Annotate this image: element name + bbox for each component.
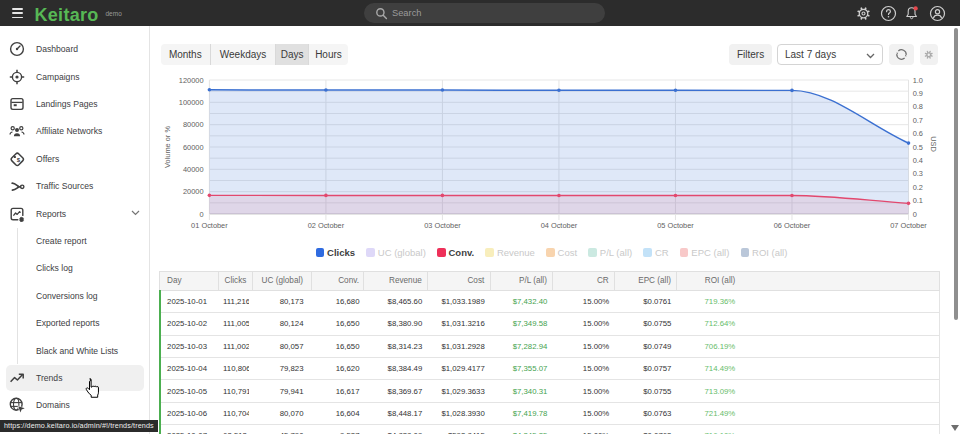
sidebar-item-label: Campaigns [36,72,79,82]
table-row[interactable]: 2025-10-02111,00580,12416,650$8,380.90$1… [160,313,940,335]
legend-item-conv-[interactable]: Conv. [437,247,474,258]
svg-text:20000: 20000 [183,187,204,196]
offers-icon: $ [9,151,25,167]
legend-item-epc-all-[interactable]: EPC (all) [680,247,730,258]
sidebar-item-label: Affiliate Networks [36,126,102,136]
sidebar-item-offers[interactable]: $Offers [0,145,150,172]
search-placeholder: Search [392,8,421,18]
table-row[interactable]: 2025-10-05110,79179,94116,617$8,369.67$1… [160,380,940,402]
table-row[interactable]: 2025-10-0763,51245,7909,527$4,838.09$592… [160,425,940,434]
trends-table: DayClicksUC (global)Conv.RevenueCostP/L … [159,271,941,434]
legend-item-clicks[interactable]: Clicks [316,247,356,258]
cell-roi-all-: 706.19% [677,335,741,357]
scrollbar-thumb[interactable] [954,28,959,320]
svg-text:01 October: 01 October [191,221,228,230]
search-input[interactable]: Search [364,3,605,23]
period-tabs: MonthsWeekdaysDaysHours [161,44,348,66]
cell-cost: $1,029.3633 [428,380,491,402]
hamburger-menu-icon[interactable] [12,8,23,19]
column-header-day[interactable]: Day [160,271,219,290]
sidebar-item-campaigns[interactable]: Campaigns [0,63,150,90]
dashboard-icon [9,41,25,57]
column-header-cost[interactable]: Cost [428,271,491,290]
reports-icon [9,206,25,222]
legend-item-revenue[interactable]: Revenue [485,247,535,258]
landings-icon [9,96,25,112]
table-row[interactable]: 2025-10-06110,70480,07016,604$8,448.17$1… [160,402,940,424]
table-row[interactable]: 2025-10-03111,00280,05716,650$8,314.23$1… [160,335,940,357]
tab-weekdays[interactable]: Weekdays [210,44,276,66]
sidebar-item-trends[interactable]: Trends [0,364,150,391]
sidebar-item-affiliate-networks[interactable]: Affiliate Networks [0,118,150,145]
column-header-uc-global-[interactable]: UC (global) [252,271,312,290]
svg-text:06 October: 06 October [774,221,811,230]
legend-item-uc-global-[interactable]: UC (global) [366,247,426,258]
cell-uc-global-: 45,790 [252,425,312,434]
cell-day: 2025-10-01 [160,290,219,312]
chart-legend: ClicksUC (global)Conv.RevenueCostP/L (al… [157,247,947,258]
active-item-background [6,365,144,391]
legend-swatch [437,248,446,257]
legend-item-roi-all-[interactable]: ROI (all) [741,247,788,258]
column-header-roi-all-[interactable]: ROI (all) [677,271,741,290]
legend-item-p-l-all-[interactable]: P/L (all) [588,247,632,258]
column-header-clicks[interactable]: Clicks [218,271,252,290]
sidebar-item-exported-reports[interactable]: Exported reports [0,310,150,337]
column-header-conv-[interactable]: Conv. [312,271,364,290]
cell-uc-global-: 80,173 [252,290,312,312]
sidebar-item-domains[interactable]: Domains [0,392,150,419]
sidebar-item-create-report[interactable]: Create report [0,227,150,254]
sidebar-item-label: Trends [36,373,62,383]
sidebar-item-reports[interactable]: Reports [0,200,150,227]
cell-day: 2025-10-04 [160,357,219,379]
vertical-scrollbar[interactable] [951,26,960,434]
cell-conv-: 16,650 [312,335,364,357]
scroll-down-arrow[interactable] [951,425,959,431]
sidebar: DashboardCampaignsLandings PagesAffiliat… [0,26,150,434]
chevron-down-icon [131,210,140,216]
notification-dot [913,6,917,10]
sidebar-item-traffic-sources[interactable]: Traffic Sources [0,173,150,200]
column-header-p-l-all-[interactable]: P/L (all) [490,271,553,290]
account-icon[interactable] [929,5,946,22]
cell-clicks-clipped: 110,806 [223,364,249,373]
legend-label: CR [655,247,669,258]
column-header-revenue[interactable]: Revenue [364,271,428,290]
filters-button[interactable]: Filters [729,44,773,66]
gear-icon[interactable] [855,5,872,22]
sidebar-item-black-and-white-lists[interactable]: Black and White Lists [0,337,150,364]
date-range-select[interactable]: Last 7 days [777,44,884,66]
cell-revenue: $4,838.09 [364,425,428,434]
tab-months[interactable]: Months [161,44,210,66]
table-row[interactable]: 2025-10-04110,80679,82316,620$8,384.49$1… [160,357,940,379]
cell-p-l-all-: $7,340.31 [490,380,553,402]
column-header-cr[interactable]: CR [553,271,615,290]
sidebar-item-landings-pages[interactable]: Landings Pages [0,90,150,117]
cell-cr: 15.00% [553,357,615,379]
legend-item-cr[interactable]: CR [643,247,668,258]
sidebar-item-dashboard[interactable]: Dashboard [0,36,150,63]
bell-icon[interactable] [904,5,921,22]
table-row[interactable]: 2025-10-01111,21680,17316,680$8,465.60$1… [160,290,940,312]
cell-p-l-all-: $7,282.94 [490,335,553,357]
sidebar-item-clicks-log[interactable]: Clicks log [0,255,150,282]
refresh-button[interactable] [889,44,914,66]
svg-text:$: $ [17,157,21,163]
svg-text:Volume or %: Volume or % [163,126,172,168]
cell-roi-all-: 716.10% [677,425,741,434]
tab-days[interactable]: Days [275,44,308,66]
help-icon[interactable] [880,5,897,22]
tab-hours[interactable]: Hours [308,44,348,66]
sidebar-item-conversions-log[interactable]: Conversions log [0,282,150,309]
chart-settings-button[interactable] [920,44,939,66]
cell-conv-: 16,617 [312,380,364,402]
cell-conv-: 9,527 [312,425,364,434]
column-header-filler [741,271,940,290]
legend-label: P/L (all) [600,247,632,258]
legend-item-cost[interactable]: Cost [546,247,577,258]
column-header-epc-all-[interactable]: EPC (all) [615,271,677,290]
keitaro-logo: Keitaro [35,5,99,26]
svg-text:05 October: 05 October [657,221,694,230]
cell-clicks: 110,791 [218,380,252,402]
cell-p-l-all-: $7,349.58 [490,313,553,335]
